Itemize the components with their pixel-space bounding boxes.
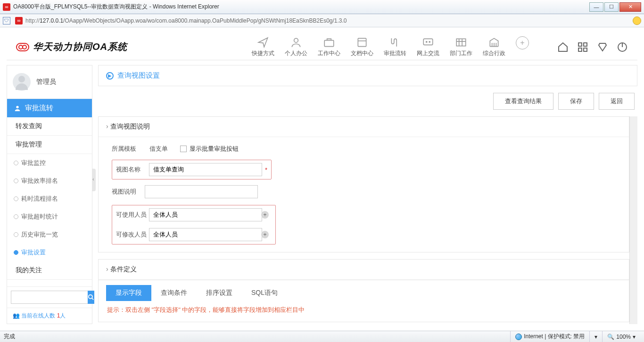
- window-maximize-button[interactable]: ☐: [604, 2, 619, 12]
- page-favicon: ∞: [3, 3, 10, 11]
- window-close-button[interactable]: ✕: [619, 2, 641, 12]
- window-minimize-button[interactable]: —: [589, 2, 603, 12]
- address-bar: 🛡 ∞ http://127.0.0.1/OAapp/WebObjects/OA…: [0, 14, 644, 27]
- window-title: OA8000平台版_FPLMYSQL5--审批数据查询视图定义 - Window…: [13, 3, 219, 11]
- site-favicon: ∞: [15, 17, 23, 24]
- url-text[interactable]: http://127.0.0.1/OAapp/WebObjects/OAapp.…: [25, 17, 347, 24]
- browser-titlebar: ∞ OA8000平台版_FPLMYSQL5--审批数据查询视图定义 - Wind…: [0, 0, 644, 14]
- compatibility-icon[interactable]: [633, 16, 641, 25]
- security-shield-icon[interactable]: 🛡: [3, 17, 10, 24]
